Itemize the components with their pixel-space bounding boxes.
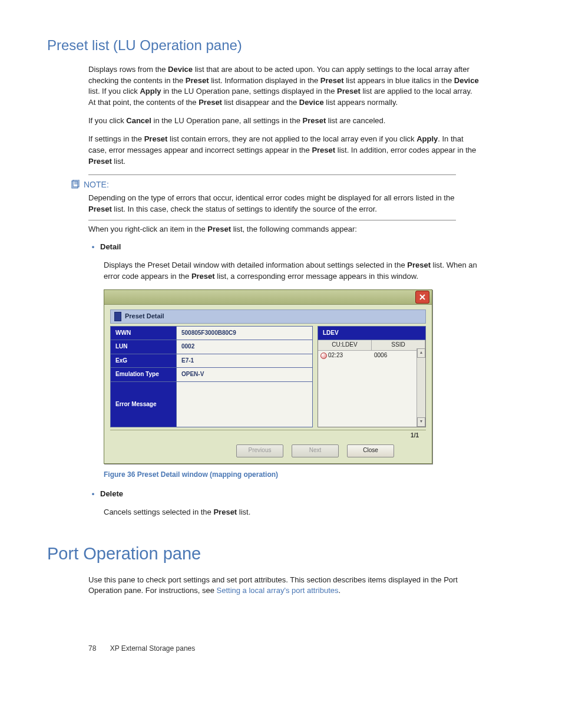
detail-description: Displays the Preset Detail window with d… (104, 260, 480, 282)
text: list. In this case, check the status of … (112, 205, 377, 213)
label-exg: ExG (111, 354, 177, 368)
heading-preset-list: Preset list (LU Operation pane) (47, 35, 515, 56)
close-dialog-button[interactable]: Close (347, 444, 394, 457)
term-device: Device (454, 76, 479, 85)
term-preset: Preset (407, 261, 431, 269)
footer-title: XP External Storage panes (110, 644, 196, 653)
scrollbar[interactable]: ▴ ▾ (416, 348, 425, 427)
table-row: Error Message (111, 381, 313, 427)
text: If settings in the (88, 134, 144, 143)
para-port-intro: Use this pane to check port settings and… (88, 575, 480, 597)
delete-description: Cancels settings selected in the Preset … (104, 507, 480, 518)
text: list appears in blue italics in the (344, 76, 454, 85)
table-row: Emulation TypeOPEN-V (111, 368, 313, 382)
cmd-detail: Detail (100, 242, 121, 251)
term-preset: Preset (191, 272, 215, 281)
label-wwn: WWN (111, 326, 177, 340)
para-preset-intro: Displays rows from the Device list that … (88, 64, 480, 108)
note-divider-top (88, 174, 456, 175)
close-icon (419, 294, 426, 301)
value-error-message (177, 381, 313, 427)
text: list. In addition, error codes appear in… (335, 146, 476, 154)
term-preset: Preset (88, 157, 112, 166)
term-preset: Preset (302, 116, 326, 125)
text: When you right-click an item in the (88, 225, 207, 233)
heading-port-operation: Port Operation pane (47, 541, 515, 566)
text: Displays the Preset Detail window with d… (104, 261, 407, 269)
text: list disappear and the (222, 98, 299, 107)
ldev-culdev: 02:23 (318, 351, 372, 360)
figure-caption: Figure 36 Preset Detail window (mapping … (104, 470, 515, 480)
label-lun: LUN (111, 340, 177, 354)
note-icon (71, 180, 80, 189)
term-device: Device (299, 98, 324, 107)
pager: 1/1 (110, 430, 426, 440)
link-port-attributes[interactable]: Setting a local array's port attributes (217, 586, 339, 595)
ldev-culdev-value: 02:23 (328, 352, 343, 358)
text: list. (112, 157, 125, 166)
label-error-message: Error Message (111, 381, 177, 427)
panel-title: Preset Detail (125, 312, 164, 321)
ldev-header-row: CU:LDEV SSID (318, 340, 425, 351)
cmd-delete: Delete (100, 489, 123, 498)
detail-table: WWN500805F3000B80C9 LUN0002 ExGE7-1 Emul… (110, 326, 313, 427)
note-body: Depending on the type of errors that occ… (88, 193, 456, 215)
term-preset: Preset (88, 205, 112, 213)
term-preset: Preset (144, 134, 168, 143)
table-row: WWN500805F3000B80C9 (111, 326, 313, 340)
text: list, the following commands appear: (231, 225, 357, 233)
value-lun: 0002 (177, 340, 313, 354)
value-wwn: 500805F3000B80C9 (177, 326, 313, 340)
text: list appears normally. (324, 98, 398, 107)
dialog-titlebar[interactable] (104, 290, 432, 305)
ldev-row[interactable]: 02:23 0006 (318, 351, 425, 361)
close-button[interactable] (415, 291, 429, 304)
term-preset: Preset (213, 508, 237, 516)
text: list, a corresponding error message appe… (215, 272, 418, 281)
term-preset: Preset (320, 76, 344, 85)
list-item-detail: Detail (100, 242, 515, 253)
dialog-window: Preset Detail WWN500805F3000B80C9 LUN000… (104, 289, 432, 465)
next-button: Next (292, 444, 339, 457)
ldev-status-icon (320, 353, 327, 359)
term-device: Device (168, 65, 193, 74)
ldev-list[interactable]: CU:LDEV SSID 02:23 0006 ▴ ▾ (318, 340, 426, 427)
text: list are canceled. (326, 116, 385, 125)
scroll-down-icon[interactable]: ▾ (417, 417, 425, 427)
label-emulation-type: Emulation Type (111, 368, 177, 382)
term-apply: Apply (416, 134, 438, 143)
scroll-up-icon[interactable]: ▴ (417, 348, 425, 358)
text: Cancels settings selected in the (104, 508, 213, 516)
panel-header: Preset Detail (110, 309, 426, 324)
text: . (339, 586, 341, 595)
col-culdev: CU:LDEV (318, 340, 372, 350)
term-preset: Preset (312, 146, 335, 154)
value-exg: E7-1 (177, 354, 313, 368)
text: Displays rows from the (88, 65, 168, 74)
para-errors: If settings in the Preset list contain e… (88, 134, 480, 167)
note-divider-bottom (88, 220, 456, 220)
para-cancel: If you click Cancel in the LU Operation … (88, 116, 480, 127)
term-preset: Preset (199, 98, 222, 107)
table-row: LUN0002 (111, 340, 313, 354)
text: list. Information displayed in the (209, 76, 320, 85)
term-cancel: Cancel (126, 116, 151, 125)
page-footer: 78 XP External Storage panes (88, 644, 515, 654)
term-preset: Preset (207, 225, 231, 233)
para-rightclick: When you right-click an item in the Pres… (88, 224, 480, 235)
note-label: NOTE: (84, 179, 109, 190)
page-number: 78 (88, 644, 96, 653)
value-emulation-type: OPEN-V (177, 368, 313, 382)
text: If you click (88, 116, 126, 125)
text: in the LU Operation pane, all settings i… (151, 116, 303, 125)
label-ldev: LDEV (318, 326, 426, 341)
text: in the LU Operation pane, settings displ… (161, 87, 337, 95)
text: list contain errors, they are not applie… (167, 134, 416, 143)
note-block: NOTE: Depending on the type of errors th… (71, 179, 480, 215)
panel-marker-icon (114, 312, 121, 321)
text: Depending on the type of errors that occ… (88, 193, 454, 202)
text: list. (237, 508, 250, 516)
term-apply: Apply (140, 87, 161, 95)
term-preset: Preset (337, 87, 361, 95)
term-preset: Preset (186, 76, 209, 85)
